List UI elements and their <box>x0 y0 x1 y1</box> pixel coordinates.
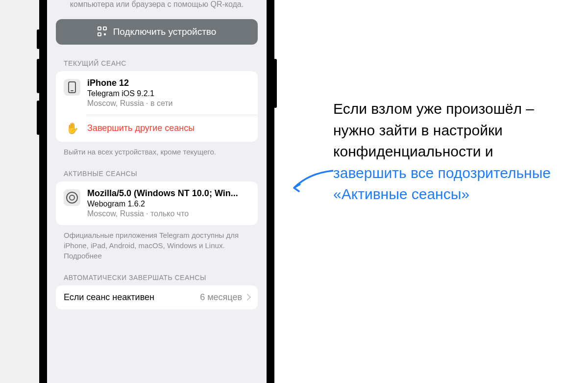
phone-power-button <box>274 59 277 108</box>
active-session-client: Webogram 1.6.2 <box>87 200 250 208</box>
annotation-text: Если взлом уже произошёл – нужно зайти в… <box>333 98 568 205</box>
current-session-row[interactable]: iPhone 12 Telegram iOS 9.2.1 Moscow, Rus… <box>56 71 258 115</box>
current-session-device: iPhone 12 <box>87 78 250 88</box>
qr-code-icon <box>98 26 108 37</box>
terminate-sessions-label: Завершить другие сеансы <box>87 123 195 133</box>
auto-terminate-label: Если сеанс неактивен <box>64 292 154 303</box>
active-session-card: Mozilla/5.0 (Windows NT 10.0; Win... Web… <box>56 181 258 225</box>
active-session-meta: Moscow, Russia · только что <box>87 209 250 218</box>
phone-volume-down <box>37 101 40 135</box>
section-header-auto: АВТОМАТИЧЕСКИ ЗАВЕРШАТЬ СЕАНСЫ <box>47 274 267 285</box>
phone-device-icon <box>64 79 80 96</box>
chevron-right-icon <box>244 294 251 301</box>
intro-text: Вы можете зайти в приложения Telegram дл… <box>47 0 267 19</box>
section-header-active: АКТИВНЫЕ СЕАНСЫ <box>47 170 267 181</box>
active-footer-text: Официальные приложения Telegram доступны… <box>47 225 267 274</box>
auto-terminate-row[interactable]: Если сеанс неактивен 6 месяцев <box>56 285 258 309</box>
auto-terminate-value: 6 месяцев <box>200 292 250 303</box>
auto-terminate-card: Если сеанс неактивен 6 месяцев <box>56 285 258 309</box>
phone-screen: Вы можете зайти в приложения Telegram дл… <box>47 0 267 383</box>
phone-volume-up <box>37 59 40 93</box>
browser-device-icon <box>64 189 80 206</box>
active-session-device: Mozilla/5.0 (Windows NT 10.0; Win... <box>87 188 250 199</box>
current-session-meta: Moscow, Russia · в сети <box>87 99 250 108</box>
terminate-sessions-button[interactable]: ✋ Завершить другие сеансы <box>56 115 258 142</box>
hand-stop-icon: ✋ <box>64 122 80 135</box>
phone-frame: Вы можете зайти в приложения Telegram дл… <box>39 0 274 383</box>
arrow-icon <box>289 166 338 195</box>
current-session-card: iPhone 12 Telegram iOS 9.2.1 Moscow, Rus… <box>56 71 258 142</box>
phone-mute-switch <box>37 29 40 49</box>
section-header-current: ТЕКУЩИЙ СЕАНС <box>47 59 267 71</box>
current-session-client: Telegram iOS 9.2.1 <box>87 89 250 98</box>
active-session-row[interactable]: Mozilla/5.0 (Windows NT 10.0; Win... Web… <box>56 181 258 225</box>
connect-device-label: Подключить устройство <box>113 26 217 37</box>
connect-device-button[interactable]: Подключить устройство <box>56 19 258 45</box>
terminate-footer-text: Выйти на всех устройствах, кроме текущег… <box>47 142 267 170</box>
